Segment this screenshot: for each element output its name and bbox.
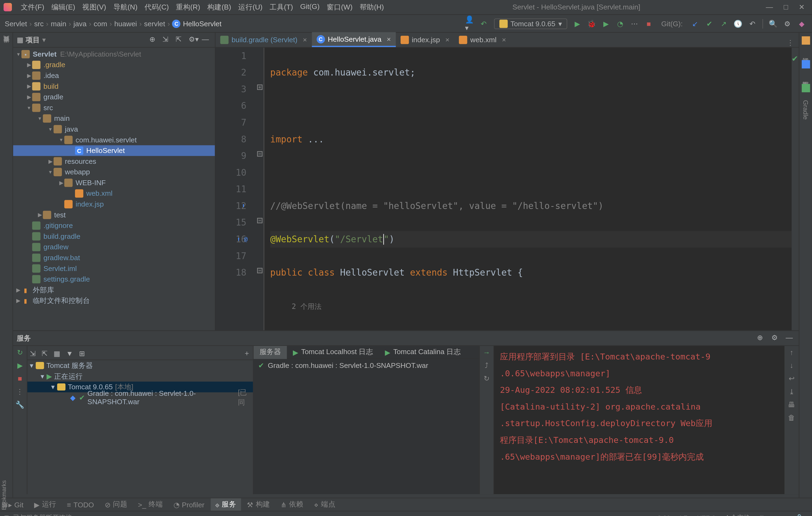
tree-arrow-icon[interactable]: ▾ <box>37 116 43 121</box>
tab-close-icon[interactable]: × <box>445 35 449 44</box>
list-item[interactable]: 正在运行 <box>54 371 83 381</box>
layout-icon[interactable]: ⊞ <box>79 349 85 357</box>
bottom-tab[interactable]: ⋔依赖 <box>276 498 308 511</box>
tree-node[interactable]: settings.gradle <box>13 274 215 285</box>
menu-item[interactable]: 窗口(W) <box>324 1 355 13</box>
menu-item[interactable]: 文件(F) <box>18 1 47 13</box>
override-up-icon[interactable]: ⬆ <box>242 198 245 214</box>
project-tool-tab-icon[interactable]: ▦ <box>3 35 9 42</box>
tree-node[interactable]: ▶▮外部库 <box>13 285 215 295</box>
line-number[interactable]: 12⬆ <box>215 198 246 214</box>
settings-icon[interactable]: ⚙ <box>783 19 792 28</box>
database-icon[interactable] <box>802 60 810 68</box>
line-number[interactable]: 18 <box>215 264 246 281</box>
breadcrumb-item[interactable]: com <box>94 19 107 28</box>
back-arrow-icon[interactable]: ↶ <box>480 19 488 28</box>
tree-node[interactable]: web.xml <box>13 188 215 199</box>
menu-item[interactable]: 帮助(H) <box>357 1 387 13</box>
hide-panel-icon[interactable]: — <box>786 333 795 343</box>
line-number[interactable]: 8 <box>215 131 246 148</box>
indent[interactable]: 4 个空格 <box>720 513 755 516</box>
tab-catalina-log[interactable]: ▶Tomcat Catalina 日志 <box>379 346 467 359</box>
stop-icon[interactable]: ■ <box>18 374 22 383</box>
tree-node[interactable]: ▶.idea <box>13 70 215 81</box>
menu-item[interactable]: 构建(B) <box>204 1 234 13</box>
line-number[interactable]: 10 <box>215 164 246 181</box>
breadcrumb[interactable]: Servlet›src›main›java›com›huawei›servlet… <box>5 19 222 28</box>
run-button[interactable]: ▶ <box>573 19 582 28</box>
expand-icon[interactable]: ⇲ <box>30 349 36 357</box>
database-tab[interactable]: 数据库 <box>801 73 810 79</box>
coverage-button[interactable]: ▶ <box>602 19 610 28</box>
tree-node[interactable]: Servlet <box>33 50 57 58</box>
tree-arrow-icon[interactable]: ▾ <box>58 137 64 143</box>
tree-node[interactable]: ▶gradle <box>13 92 215 103</box>
tree-arrow-icon[interactable]: ▶ <box>58 180 64 186</box>
print-icon[interactable]: 🖶 <box>788 401 795 409</box>
open-icon[interactable]: ⤴ <box>485 362 488 370</box>
breadcrumb-item[interactable]: Servlet <box>5 19 27 28</box>
line-number[interactable]: 11 <box>215 181 246 198</box>
fold-marker-icon[interactable]: − <box>257 218 263 223</box>
editor-tab[interactable]: index.jsp× <box>396 32 454 47</box>
up-icon[interactable]: ↑ <box>790 348 793 356</box>
tree-node[interactable]: ▶▮临时文件和控制台 <box>13 295 215 306</box>
override-icon[interactable]: ⬆ @ <box>237 231 248 248</box>
tab-close-icon[interactable]: × <box>303 35 307 44</box>
git-branch[interactable]: ᛘ master <box>755 514 790 516</box>
panel-settings-icon[interactable]: ⚙▾ <box>188 35 198 45</box>
breadcrumb-item[interactable]: servlet <box>144 19 165 28</box>
notifications-icon[interactable] <box>802 36 810 45</box>
console-output[interactable]: 应用程序部署到目录 [E:\Tomcat\apache-tomcat-9.0.6… <box>494 346 784 494</box>
chevron-down-icon[interactable]: ▾ <box>42 36 46 44</box>
tree-node[interactable]: ▶build <box>13 81 215 92</box>
menu-item[interactable]: 运行(U) <box>235 1 265 13</box>
git-history-icon[interactable]: 🕔 <box>734 19 742 28</box>
search-icon[interactable]: 🔍 <box>769 19 777 28</box>
breadcrumb-item[interactable]: main <box>51 19 66 28</box>
tree-arrow-icon[interactable]: ▶ <box>48 159 54 164</box>
bottom-tab[interactable]: ⊘问题 <box>100 498 132 511</box>
menu-item[interactable]: 编辑(E) <box>49 1 78 13</box>
tab-close-icon[interactable]: × <box>387 35 391 43</box>
collapse-icon[interactable]: ⇱ <box>42 349 48 357</box>
tree-arrow-icon[interactable]: ▶ <box>26 62 32 68</box>
tab-localhost-log[interactable]: ▶Tomcat Localhost 日志 <box>287 346 379 359</box>
tree-arrow-icon[interactable]: ▶ <box>26 94 32 100</box>
gradle-tab[interactable]: Gradle <box>802 97 809 123</box>
scroll-end-icon[interactable]: ⤓ <box>789 388 795 396</box>
collapse-all-icon[interactable]: ⇱ <box>176 35 185 45</box>
notifications-tab[interactable]: 通知 <box>801 50 810 56</box>
breadcrumb-item[interactable]: src <box>34 19 44 28</box>
close-button[interactable]: ✕ <box>799 3 805 11</box>
menu-item[interactable]: 视图(V) <box>79 1 109 13</box>
tree-node[interactable]: CHelloServlet <box>13 145 215 156</box>
clear-icon[interactable]: 🗑 <box>788 414 795 422</box>
tree-node[interactable]: .gitignore <box>13 220 215 231</box>
tree-arrow-icon[interactable]: ▾ <box>48 169 54 175</box>
learn-icon[interactable]: ◆ <box>798 19 806 28</box>
line-number[interactable]: 2 <box>215 64 246 81</box>
fold-marker-icon[interactable]: − <box>257 151 263 157</box>
tree-arrow-icon[interactable]: ▾ <box>26 105 32 111</box>
line-number[interactable]: 3 <box>215 81 246 98</box>
user-icon[interactable]: 👤▾ <box>465 19 474 28</box>
line-number[interactable]: 17 <box>215 248 246 264</box>
tree-node[interactable]: build.gradle <box>13 231 215 242</box>
tree-node[interactable]: Servlet.iml <box>13 263 215 274</box>
editor-tab[interactable]: CHelloServlet.java× <box>312 32 396 47</box>
debug-button[interactable]: 🐞 <box>587 19 596 28</box>
git-rollback-icon[interactable]: ↶ <box>748 19 756 28</box>
tab-server[interactable]: 服务器 <box>254 346 287 359</box>
bookmarks-tab[interactable]: Bookmarks <box>1 480 9 510</box>
gradle-icon[interactable] <box>802 84 810 92</box>
tab-close-icon[interactable]: × <box>502 35 506 44</box>
tree-arrow-icon[interactable]: ▶ <box>37 212 43 218</box>
bottom-tab[interactable]: ⋄端点 <box>309 498 340 511</box>
bottom-tab[interactable]: ≡TODO <box>62 498 98 511</box>
tree-arrow-icon[interactable]: ▶ <box>26 73 32 79</box>
softwrap-icon[interactable]: ↩ <box>789 374 795 383</box>
bottom-tab[interactable]: >_终端 <box>133 498 168 511</box>
line-number[interactable]: 16⬆ @ <box>215 231 246 248</box>
line-separator[interactable]: LF <box>675 514 692 516</box>
